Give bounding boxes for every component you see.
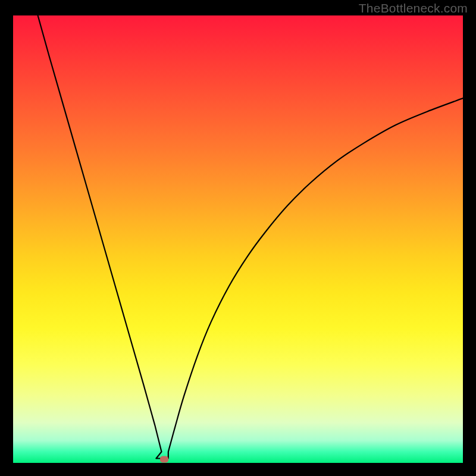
optimal-marker [160, 456, 168, 462]
watermark-text: TheBottleneck.com [359, 1, 468, 15]
plot-area [13, 15, 463, 463]
bottleneck-curve [38, 15, 463, 458]
chart-frame: TheBottleneck.com [0, 0, 476, 476]
curve-svg [13, 15, 463, 463]
